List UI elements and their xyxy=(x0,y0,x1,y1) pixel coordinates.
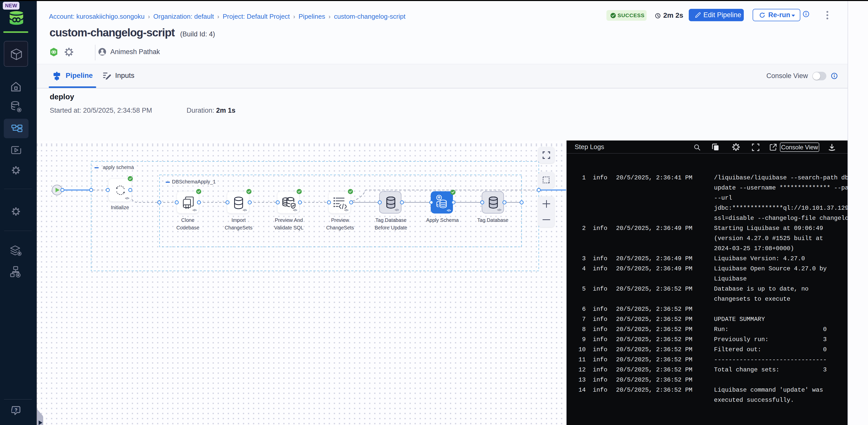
svg-text:?: ? xyxy=(14,407,18,413)
